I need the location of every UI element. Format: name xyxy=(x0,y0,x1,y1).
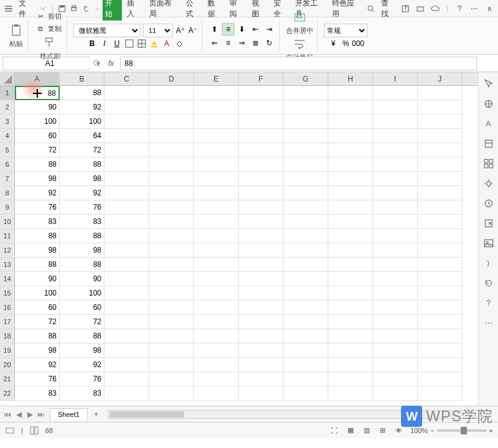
cell[interactable] xyxy=(239,229,284,243)
comma-icon[interactable]: 000 xyxy=(353,39,363,49)
decrease-indent-icon[interactable]: ⇤ xyxy=(249,23,262,35)
cell[interactable] xyxy=(194,100,239,114)
tab-prev-icon[interactable]: ◀ xyxy=(14,409,24,419)
cell[interactable] xyxy=(328,143,373,157)
cloud-icon[interactable] xyxy=(430,4,440,14)
align-right-icon[interactable]: ⇒ xyxy=(236,37,248,49)
cell[interactable] xyxy=(194,258,239,272)
cell[interactable] xyxy=(373,372,418,386)
settings-icon[interactable] xyxy=(483,178,494,189)
cell[interactable] xyxy=(194,143,239,157)
cell[interactable] xyxy=(284,129,328,143)
cell[interactable] xyxy=(194,329,239,343)
orientation-icon[interactable]: ↻ xyxy=(263,37,275,49)
cell[interactable] xyxy=(328,329,373,343)
cell[interactable] xyxy=(104,372,149,386)
clear-format-icon[interactable]: ◇ xyxy=(174,39,184,49)
view-split-icon[interactable]: ⊞ xyxy=(378,426,388,436)
cell[interactable] xyxy=(194,243,239,258)
more-icon[interactable]: ⋯ xyxy=(469,4,479,14)
cell[interactable] xyxy=(194,157,239,172)
cell[interactable] xyxy=(104,258,149,272)
cell[interactable] xyxy=(284,200,328,215)
cell[interactable] xyxy=(149,272,194,286)
cell[interactable]: 92 xyxy=(15,186,60,200)
cell[interactable] xyxy=(284,315,328,329)
help-icon[interactable]: ? xyxy=(454,4,464,14)
cell[interactable] xyxy=(373,215,418,229)
font-size-select[interactable]: 11 xyxy=(143,24,173,37)
copy-button[interactable]: ⧉复制 xyxy=(34,23,63,34)
tab-next-icon[interactable]: ▶ xyxy=(25,409,35,419)
cell[interactable] xyxy=(328,386,373,401)
cell[interactable] xyxy=(328,129,373,143)
row-header[interactable]: 19 xyxy=(0,343,15,358)
cell[interactable] xyxy=(418,229,463,243)
cell[interactable]: 60 xyxy=(15,301,60,315)
cell[interactable]: 88 xyxy=(15,329,60,343)
cell[interactable]: 88 xyxy=(15,258,60,272)
number-format-select[interactable]: 常规 xyxy=(324,24,367,37)
tab-insert[interactable]: 插入 xyxy=(124,0,144,21)
cell[interactable] xyxy=(239,186,284,200)
cell[interactable] xyxy=(373,129,418,143)
cell[interactable] xyxy=(149,186,194,200)
cell-style-icon[interactable] xyxy=(137,39,147,49)
fill-color-icon[interactable] xyxy=(149,39,159,49)
increase-indent-icon[interactable]: ⇥ xyxy=(263,23,275,35)
increase-font-icon[interactable]: A⁺ xyxy=(175,26,185,35)
cell[interactable]: 92 xyxy=(60,100,104,114)
cell[interactable] xyxy=(149,372,194,386)
more-panel-icon[interactable]: ⋯ xyxy=(483,317,494,329)
cell[interactable]: 100 xyxy=(15,114,60,129)
cell[interactable] xyxy=(284,372,328,386)
col-header-e[interactable]: E xyxy=(194,72,239,85)
cell[interactable] xyxy=(104,315,149,329)
cell[interactable] xyxy=(194,315,239,329)
cell[interactable] xyxy=(328,200,373,215)
italic-icon[interactable]: I xyxy=(99,39,109,49)
cell[interactable] xyxy=(328,86,373,100)
cell[interactable]: 60 xyxy=(15,129,60,143)
cell[interactable] xyxy=(149,172,194,186)
align-top-icon[interactable]: ⬆ xyxy=(208,23,221,35)
zoom-out-icon[interactable]: − xyxy=(430,427,434,434)
select-all-corner[interactable] xyxy=(0,72,15,85)
tab-special[interactable]: 特色应用 xyxy=(330,0,364,21)
status-layout-icon[interactable] xyxy=(29,426,39,436)
cell[interactable] xyxy=(104,100,149,114)
cell[interactable] xyxy=(104,157,149,172)
cell[interactable] xyxy=(328,343,373,358)
cell[interactable] xyxy=(418,286,463,301)
cell[interactable] xyxy=(418,86,463,100)
col-header-i[interactable]: I xyxy=(373,72,418,85)
cell[interactable]: 98 xyxy=(60,243,104,258)
row-header[interactable]: 6 xyxy=(0,157,15,172)
fx-button[interactable]: fx xyxy=(104,59,118,68)
cell[interactable] xyxy=(418,243,463,258)
cell[interactable]: 64 xyxy=(60,129,104,143)
row-header[interactable]: 1 xyxy=(0,86,15,100)
reading-mode-icon[interactable]: 👁 xyxy=(394,426,404,436)
properties-icon[interactable] xyxy=(483,138,494,149)
row-header[interactable]: 12 xyxy=(0,243,15,258)
cell[interactable] xyxy=(284,386,328,401)
cell[interactable] xyxy=(149,286,194,301)
cell[interactable] xyxy=(418,258,463,272)
cell[interactable] xyxy=(373,286,418,301)
cell[interactable] xyxy=(149,258,194,272)
row-header[interactable]: 10 xyxy=(0,215,15,229)
paste-button[interactable]: 粘贴 xyxy=(9,23,24,49)
cell[interactable] xyxy=(194,272,239,286)
cell[interactable]: 90 xyxy=(15,100,60,114)
collapse-ribbon-icon[interactable]: ∧ xyxy=(484,4,494,14)
cell[interactable]: 88 xyxy=(60,157,104,172)
cell[interactable] xyxy=(194,114,239,129)
minimize-panel-icon[interactable]: ⟩ xyxy=(483,258,494,269)
cell[interactable]: 76 xyxy=(60,200,104,215)
cell[interactable] xyxy=(149,143,194,157)
sync-icon[interactable] xyxy=(415,4,425,14)
row-header[interactable]: 13 xyxy=(0,258,15,272)
cell[interactable] xyxy=(418,272,463,286)
row-header[interactable]: 3 xyxy=(0,114,15,129)
